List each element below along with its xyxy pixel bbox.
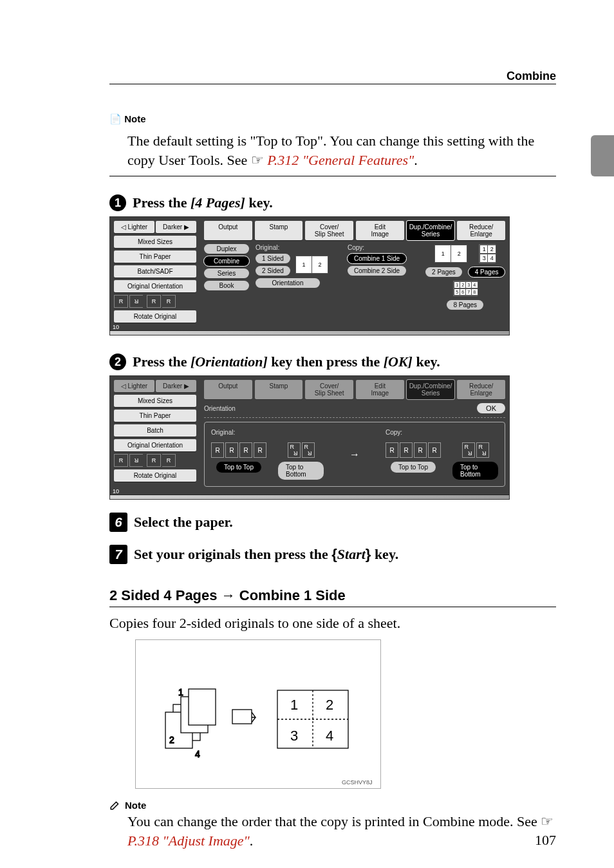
step-number-icon: 1 <box>109 194 126 211</box>
copy-1side[interactable]: Combine 1 Side <box>348 254 406 263</box>
orig-top-to-top[interactable]: Top to Top <box>216 462 261 473</box>
svg-text:1: 1 <box>178 687 183 697</box>
rule <box>109 176 556 176</box>
lighter-button[interactable]: ◁ Lighter <box>114 380 154 392</box>
svg-text:GCSHVY8J: GCSHVY8J <box>342 779 373 786</box>
darker-button[interactable]: Darker ▶ <box>156 380 196 392</box>
mode-series[interactable]: Series <box>204 269 249 278</box>
rotate-original-button[interactable]: Rotate Original <box>114 310 196 323</box>
svg-rect-7 <box>189 689 216 725</box>
tab-edit[interactable]: Edit Image <box>356 221 404 240</box>
orientation-button[interactable]: Orientation <box>256 278 320 288</box>
step-2: 2 Press the [Orientation] key then press… <box>109 354 556 370</box>
svg-text:1: 1 <box>290 697 298 713</box>
rotate-original-button[interactable]: Rotate Original <box>114 469 196 482</box>
batch-button[interactable]: Batch <box>114 424 196 437</box>
header-rule <box>109 84 556 84</box>
svg-text:2: 2 <box>326 697 333 713</box>
arrow-icon: → <box>349 449 360 460</box>
mixed-sizes-button[interactable]: Mixed Sizes <box>114 236 196 248</box>
note-body: The default setting is "Top to Top". You… <box>127 131 556 169</box>
xref-general-features[interactable]: P.312 "General Features" <box>267 152 414 168</box>
status-bar <box>110 495 509 499</box>
thin-paper-button[interactable]: Thin Paper <box>114 410 196 422</box>
status-bar <box>110 330 509 335</box>
step-number-icon: 6 <box>109 513 127 532</box>
svg-rect-8 <box>232 710 252 724</box>
orig-top-to-bottom[interactable]: Top to Bottom <box>278 462 324 480</box>
mixed-sizes-button[interactable]: Mixed Sizes <box>114 395 196 407</box>
ok-button[interactable]: OK <box>477 403 505 413</box>
thumb-tab <box>591 135 614 176</box>
step-6: 6 Select the paper. <box>109 513 556 532</box>
orig-2sided[interactable]: 2 Sided <box>256 266 290 276</box>
running-head: Combine <box>507 70 556 83</box>
pages-2[interactable]: 2 Pages <box>425 267 462 277</box>
step-1: 1 Press the [4 Pages] key. <box>109 194 556 211</box>
pages-8[interactable]: 8 Pages <box>447 300 483 310</box>
lighter-button[interactable]: ◁ Lighter <box>114 221 154 233</box>
mode-duplex[interactable]: Duplex <box>204 244 249 254</box>
copy-2side[interactable]: Combine 2 Side <box>348 266 406 276</box>
tab-dup-combine[interactable]: Dup./Combine/ Series <box>407 221 455 240</box>
orientation-panel: Original: RRRR Top to Top Top to Bottom <box>204 422 505 487</box>
screenshot-1: ◁ Lighter Darker ▶ Mixed Sizes Thin Pape… <box>109 216 510 335</box>
tab-cover[interactable]: Cover/ Slip Sheet <box>305 221 353 240</box>
original-orientation-button[interactable]: Original Orientation <box>114 439 196 451</box>
page-number: 107 <box>535 832 556 849</box>
note-label: 📄 Note <box>109 113 556 125</box>
mode-combine[interactable]: Combine <box>204 256 249 266</box>
pencil-icon <box>109 799 121 811</box>
section-body: Copies four 2-sided originals to one sid… <box>109 614 556 633</box>
tab-reduce[interactable]: Reduce/ Enlarge <box>457 221 505 240</box>
screenshot-2: ◁ Lighter Darker ▶ Mixed Sizes Thin Pape… <box>109 375 510 500</box>
copy-top-to-bottom[interactable]: Top to Bottom <box>452 462 498 480</box>
original-orientation-button[interactable]: Original Orientation <box>114 280 196 292</box>
combine-diagram: 1 3 2 4 1 2 3 4 GCSHVY8J <box>135 639 381 789</box>
step-number-icon: 7 <box>109 545 127 564</box>
note-body-2: You can change the order that the copy i… <box>127 812 556 850</box>
darker-button[interactable]: Darker ▶ <box>156 221 196 233</box>
pages-4[interactable]: 4 Pages <box>469 267 505 277</box>
batch-sadf-button[interactable]: Batch/SADF <box>114 265 196 278</box>
tab-stamp[interactable]: Stamp <box>255 221 303 240</box>
tab-output[interactable]: Output <box>204 221 252 240</box>
rule <box>109 607 556 607</box>
mode-book[interactable]: Book <box>204 281 249 290</box>
thin-paper-button[interactable]: Thin Paper <box>114 250 196 263</box>
svg-text:2: 2 <box>169 735 174 745</box>
step-number-icon: 2 <box>109 354 126 370</box>
xref-adjust-image[interactable]: P.318 "Adjust Image" <box>127 833 250 849</box>
orig-1sided[interactable]: 1 Sided <box>256 254 290 263</box>
svg-text:4: 4 <box>326 728 333 744</box>
svg-text:4: 4 <box>195 749 200 759</box>
copy-top-to-top[interactable]: Top to Top <box>391 462 436 473</box>
section-heading: 2 Sided 4 Pages → Combine 1 Side <box>109 587 556 604</box>
note-label-2: Note <box>109 799 556 811</box>
svg-text:3: 3 <box>290 728 298 744</box>
step-7: 7 Set your originals then press the {Sta… <box>109 545 556 564</box>
